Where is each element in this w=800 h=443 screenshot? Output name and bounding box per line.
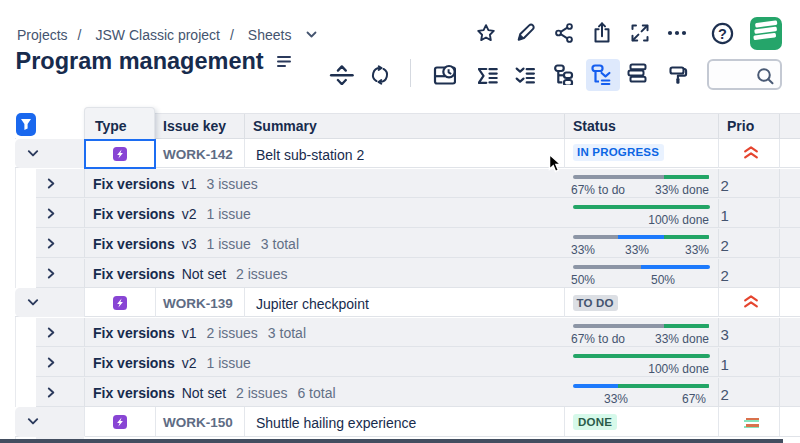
svg-text:?: ? [718,26,727,42]
